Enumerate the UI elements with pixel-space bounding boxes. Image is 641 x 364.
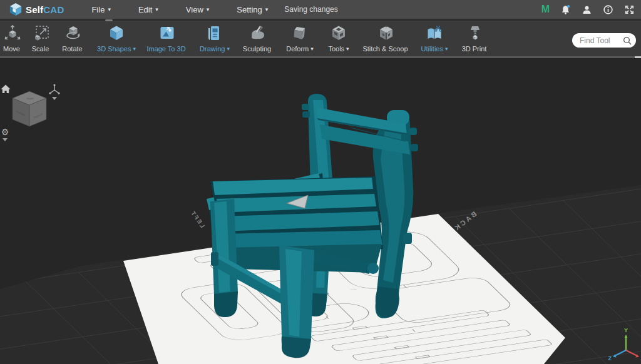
menu-view[interactable]: View▾ [177,0,218,19]
toolbar: Move Scale Rotate 3D Shapes▾ [0,19,641,56]
logo-text: SelfCAD [26,4,64,15]
chevron-down-icon: ▾ [108,6,111,13]
chevron-down-icon: ▾ [155,6,158,13]
drawing-icon [206,24,223,42]
viewport-canvas[interactable]: BACK LEFT [0,58,641,364]
toolbar-bottom-strip [0,56,641,58]
sculpting-icon [249,24,267,42]
axis-label-y: Y [624,327,628,333]
stitch-scoop-icon [377,24,395,42]
image-icon [158,24,176,42]
user-profile-icon[interactable] [581,4,592,15]
find-tool-search [572,33,636,48]
menu-file[interactable]: File▾ [83,0,119,19]
selfcad-logo-icon [9,3,23,16]
cube-shapes-icon [108,24,125,42]
utilities-icon [426,24,443,42]
toolbar-item-tools[interactable]: Tools▾ [312,23,365,54]
rotate-icon [64,24,82,42]
search-icon[interactable] [622,36,632,46]
chevron-down-icon: ▾ [265,6,269,13]
printer-icon [466,24,484,42]
deform-icon [291,24,309,42]
notifications-bell-icon[interactable] [560,4,571,15]
selfcad-logo[interactable]: SelfCAD [0,3,70,16]
viewport-settings-gear-icon[interactable]: ⚙ [1,127,9,137]
saving-status: Saving changes [284,5,337,14]
fullscreen-icon[interactable] [623,4,635,15]
menu-setting[interactable]: Setting▾ [228,0,277,19]
toolbar-item-image-to-3d[interactable]: Image To 3D [141,23,193,54]
toolbar-collapse-handle[interactable] [105,19,113,21]
info-icon[interactable] [602,4,613,15]
toolbar-item-3d-print[interactable]: 3D Print [449,23,501,54]
tools-cube-icon [330,24,347,42]
account-avatar[interactable]: M [541,4,550,15]
menubar: SelfCAD File▾ Edit▾ View▾ Setting▾ Savin… [0,0,641,19]
toolbar-item-stitch-scoop[interactable]: Stitch & Scoop [360,23,413,54]
chevron-down-icon: ▾ [207,6,210,13]
axis-label-z: Z [608,355,612,361]
menu-edit[interactable]: Edit▾ [130,0,167,19]
viewport: BACK LEFT [0,58,641,364]
toolbar-item-3d-shapes[interactable]: 3D Shapes▾ [90,23,143,54]
find-tool-input[interactable] [580,36,622,45]
nav-cube[interactable]: TOP FRONT RIGHT [13,91,46,126]
